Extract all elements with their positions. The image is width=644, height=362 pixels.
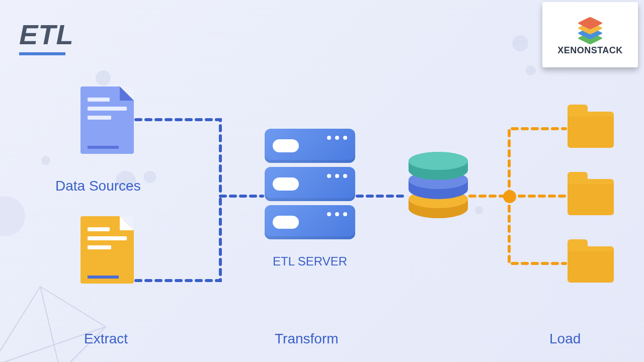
title-underline <box>19 52 65 55</box>
server-unit <box>265 205 355 239</box>
decor-dot <box>0 196 25 236</box>
decor-dot <box>512 35 528 51</box>
data-sources-label: Data Sources <box>55 178 141 194</box>
decor-dot <box>144 171 156 183</box>
etl-diagram: ETL XENONSTACK <box>0 0 644 362</box>
etl-server-label: ETL SERVER <box>273 254 347 268</box>
brand-logo-card: XENONSTACK <box>542 2 638 67</box>
server-unit <box>265 167 355 201</box>
source-document-icon <box>80 86 134 154</box>
flow-junction-dot <box>503 190 516 203</box>
database-icon <box>409 152 468 216</box>
phase-transform-label: Transform <box>275 331 339 347</box>
output-folder-icon <box>568 179 614 215</box>
stack-icon <box>575 14 605 42</box>
phase-load-label: Load <box>549 331 581 347</box>
decor-dot <box>475 206 483 214</box>
decor-dot <box>96 70 111 85</box>
brand-name: XENONSTACK <box>557 45 623 56</box>
page-title: ETL <box>19 18 74 51</box>
decor-dot <box>526 65 536 75</box>
decor-dot <box>41 156 50 165</box>
output-folder-icon <box>568 246 614 283</box>
server-unit <box>265 129 355 163</box>
phase-extract-label: Extract <box>84 331 128 347</box>
etl-server-icon <box>265 129 355 239</box>
output-folder-icon <box>568 112 614 148</box>
source-document-icon <box>80 216 134 284</box>
